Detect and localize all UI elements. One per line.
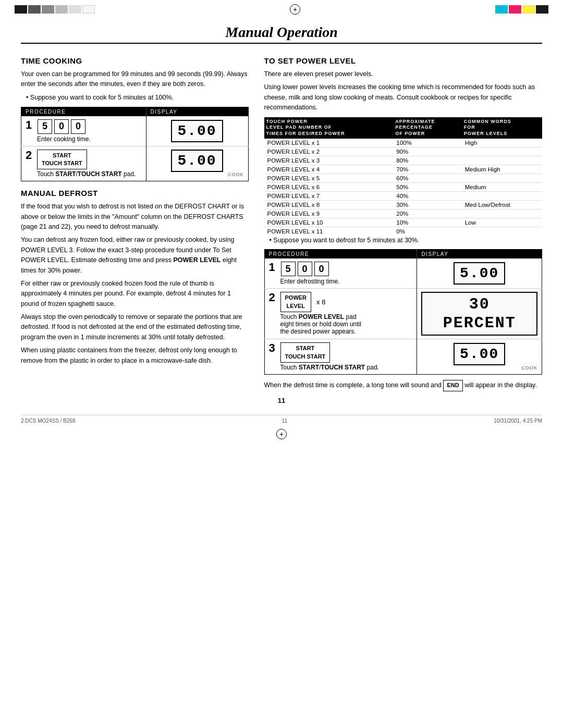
step2-note: Touch START/TOUCH START pad. xyxy=(37,170,136,178)
manual-defrost-para1: If the food that you wish to defrost is … xyxy=(21,202,249,232)
pl-key-0b: 0 xyxy=(314,262,329,276)
power-table-col2-header: APPROXIMATEPERCENTAGEOF POWER xyxy=(393,117,461,138)
touch-start-line1: START xyxy=(42,152,82,159)
power-table-row: POWER LEVEL x 6 50% Medium xyxy=(264,182,543,191)
power-level-bullet: Suppose you want to defrost for 5 minute… xyxy=(270,236,543,245)
power-level-words: High xyxy=(462,138,542,147)
pl-step2-proc: 2 POWER LEVEL x 8 xyxy=(264,289,417,339)
touch-start-button: START TOUCH START xyxy=(37,150,87,170)
power-level-intro2: Using lower power levels increases the c… xyxy=(264,82,543,113)
power-table-row: POWER LEVEL x 5 60% xyxy=(264,174,543,182)
pl-step2-num: 2 xyxy=(269,292,277,303)
registration-mark-top xyxy=(290,4,300,15)
power-level-name: POWER LEVEL x 6 xyxy=(264,182,394,191)
right-column: To Set POWER LEVEL There are eleven pres… xyxy=(264,49,543,391)
pl-step1-keys: 5 0 0 xyxy=(280,262,340,276)
power-level-name: POWER LEVEL x 4 xyxy=(264,165,394,174)
registration-mark-bottom xyxy=(276,429,287,439)
power-level-percent: 10% xyxy=(393,218,461,227)
pl-step3-bold2: TOUCH START xyxy=(321,364,365,371)
time-cooking-heading: TIME COOKING xyxy=(21,56,249,65)
power-level-words: Low xyxy=(462,218,542,227)
power-level-percent: 40% xyxy=(393,191,461,200)
page-title-area: Manual Operation xyxy=(21,24,542,44)
pl-step3-proc: 3 START TOUCH START Touch START/TOUCH ST… xyxy=(264,339,417,375)
power-level-name: POWER LEVEL x 8 xyxy=(264,200,394,209)
power-level-heading: To Set POWER LEVEL xyxy=(264,56,543,65)
footer-mid: 11 xyxy=(282,418,287,424)
time-cooking-step2-row: 2 START TOUCH START Touch START/TOUCH ST… xyxy=(21,146,249,181)
power-level-name: POWER LEVEL x 1 xyxy=(264,138,394,147)
power-level-percent: 0% xyxy=(393,227,461,236)
power-level-name: POWER LEVEL x 11 xyxy=(264,227,394,236)
step1-keys: 5 0 0 xyxy=(37,119,91,134)
power-level-name: POWER LEVEL x 2 xyxy=(264,147,394,156)
power-table-row: POWER LEVEL x 7 40% xyxy=(264,191,543,200)
power-level-words: Med Low/Defrost xyxy=(462,200,542,209)
swatch-white xyxy=(82,5,95,14)
step2-display-val: 5.00 xyxy=(171,150,223,172)
power-level-percent: 100% xyxy=(393,138,461,147)
step1-note: Enter cooking time. xyxy=(37,135,91,143)
power-level-name: POWER LEVEL x 3 xyxy=(264,156,394,165)
manual-defrost-para2: You can defrost any frozen food, either … xyxy=(21,235,249,276)
time-cooking-bullet1: Suppose you want to cook for 5 minutes a… xyxy=(26,93,249,103)
power-level-percent: 60% xyxy=(393,174,461,182)
pl-step2-note: Touch POWER LEVEL pad eight times or hol… xyxy=(280,313,361,335)
pl-step2-display-val: 30 PERCENT xyxy=(421,292,537,336)
pl-touch-start-line1: START xyxy=(285,344,326,352)
power-table-row: POWER LEVEL x 8 30% Med Low/Defrost xyxy=(264,200,543,209)
x8-label: x 8 xyxy=(316,298,325,306)
time-cooking-step2-display: 5.00 COOK xyxy=(146,146,248,181)
power-level-words xyxy=(462,147,542,156)
pl-procedure-header: PROCEDURE xyxy=(264,250,417,259)
pl-key-0a: 0 xyxy=(298,262,312,276)
time-cooking-table: PROCEDURE DISPLAY 1 5 xyxy=(21,107,249,182)
pl-step2-row: 2 POWER LEVEL x 8 xyxy=(264,289,542,339)
time-cooking-section: TIME COOKING Your oven can be programmed… xyxy=(21,56,249,181)
step2-num: 2 xyxy=(26,150,34,161)
time-cooking-step2-proc: 2 START TOUCH START Touch START/TOUCH ST… xyxy=(21,146,146,181)
swatch-very-light-gray xyxy=(69,5,81,14)
power-level-name: POWER LEVEL x 7 xyxy=(264,191,394,200)
page-title: Manual Operation xyxy=(225,24,338,40)
power-level-percent: 80% xyxy=(393,156,461,165)
swatch-black xyxy=(15,5,27,14)
power-level-percent: 70% xyxy=(393,165,461,174)
step2-bold2: TOUCH START xyxy=(78,170,122,178)
pl-step3-note: Touch START/TOUCH START pad. xyxy=(280,364,379,371)
top-graphics-bar xyxy=(15,4,548,15)
power-table-col3-header: COMMON WORDSFORPOWER LEVELS xyxy=(462,117,542,138)
power-level-words xyxy=(462,227,542,236)
power-table-row: POWER LEVEL x 9 20% xyxy=(264,209,543,218)
power-table-row: POWER LEVEL x 1 100% High xyxy=(264,138,543,147)
color-swatches-right xyxy=(495,5,548,14)
percent-bottom: PERCENT xyxy=(426,314,532,332)
swatch-yellow xyxy=(522,5,535,14)
step1-display-val: 5.00 xyxy=(171,120,223,142)
pl-step3-bold1: START xyxy=(299,364,319,371)
step1-num: 1 xyxy=(26,119,34,131)
power-level-words xyxy=(462,156,542,165)
power-table-row: POWER LEVEL x 2 90% xyxy=(264,147,543,156)
pl-step3-num: 3 xyxy=(269,342,277,354)
step2-bold1: START xyxy=(55,170,76,178)
swatch-cyan xyxy=(495,5,508,14)
time-cooking-step1-proc: 1 5 0 0 Enter cooking time. xyxy=(21,116,146,146)
power-level-name: POWER LEVEL x 5 xyxy=(264,174,394,182)
pl-step3-row: 3 START TOUCH START Touch START/TOUCH ST… xyxy=(264,339,542,375)
color-swatches-left xyxy=(15,5,95,14)
manual-defrost-heading: MANUAL DEFROST xyxy=(21,189,249,198)
key-5: 5 xyxy=(38,119,52,134)
power-level-bold: POWER LEVEL xyxy=(173,256,221,264)
power-level-intro1: There are eleven preset power levels. xyxy=(264,69,543,79)
swatch-black2 xyxy=(536,5,548,14)
power-table-row: POWER LEVEL x 11 0% xyxy=(264,227,543,236)
bottom-registration xyxy=(0,429,563,439)
power-level-words: Medium xyxy=(462,182,542,191)
pl-key-5: 5 xyxy=(281,262,296,276)
pl-step2-display: 30 PERCENT xyxy=(417,289,542,339)
power-level-percent: 50% xyxy=(393,182,461,191)
swatch-magenta xyxy=(509,5,521,14)
main-content: TIME COOKING Your oven can be programmed… xyxy=(21,49,542,391)
